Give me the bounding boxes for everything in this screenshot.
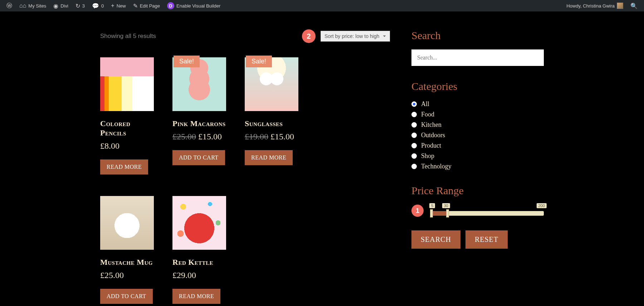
product-image[interactable] (100, 196, 154, 250)
read-more-button[interactable]: READ MORE (100, 159, 148, 174)
annotation-badge-1: 1 (411, 205, 424, 217)
admin-bar-right: Howdy, Christina Gwira 🔍 (563, 0, 641, 11)
product-price: £8.00 (100, 141, 154, 151)
category-label: Food (421, 111, 434, 118)
avatar (617, 3, 623, 9)
annotation-badge-2: 2 (302, 29, 316, 43)
slider-handle-high[interactable] (446, 209, 449, 217)
howdy-text: Howdy, Christina Gwira (566, 3, 615, 9)
new-content[interactable]: +New (107, 0, 129, 11)
new-label: New (117, 3, 126, 9)
page-container: Showing all 5 results 2 Sort by price: l… (0, 11, 644, 306)
add-to-cart-button[interactable]: ADD TO CART (172, 150, 225, 165)
refresh-icon: ↻ (75, 3, 80, 9)
product-card: Sale! Sunglasses £19.00£15.00 READ MORE (245, 57, 298, 174)
results-count: Showing all 5 results (100, 33, 156, 40)
site-name-label: Divi (60, 3, 68, 9)
product-image[interactable] (100, 57, 154, 111)
reset-button[interactable]: RESET (465, 230, 508, 249)
product-card: Mustache Mug £25.00 ADD TO CART (100, 196, 154, 304)
product-price: £29.00 (172, 271, 226, 280)
comment-icon: 💬 (92, 3, 99, 9)
radio-icon (411, 101, 417, 107)
slider-high-label: 30 (442, 203, 450, 208)
shop-sidebar: Search Categories All Food Kitchen Outdo… (411, 29, 544, 304)
pencil-icon: ✎ (133, 3, 138, 9)
price-range-title: Price Range (411, 185, 544, 197)
category-list: All Food Kitchen Outdoors Product Shop T… (411, 100, 544, 170)
edit-page[interactable]: ✎Edit Page (130, 0, 164, 11)
price-range-widget: Price Range 1 5 30 200 SEARCH RESET (411, 185, 544, 249)
filter-buttons: SEARCH RESET (411, 230, 544, 249)
sale-badge: Sale! (246, 56, 272, 67)
product-grid: Colored Pencils £8.00 READ MORE Sale! Pi… (100, 57, 390, 304)
visual-builder[interactable]: DEnable Visual Builder (164, 0, 224, 11)
edit-page-label: Edit Page (140, 3, 160, 9)
search-input[interactable] (411, 49, 544, 66)
price-slider[interactable]: 5 30 200 (430, 205, 544, 216)
category-label: Kitchen (421, 121, 441, 129)
radio-icon (411, 133, 417, 138)
slider-handle-low[interactable] (430, 209, 433, 217)
site-name[interactable]: ◉Divi (50, 0, 72, 11)
category-item-outdoors[interactable]: Outdoors (411, 132, 544, 139)
search-widget: Search (411, 29, 544, 66)
divi-icon: D (167, 2, 174, 9)
category-label: Technology (421, 163, 452, 170)
categories-widget: Categories All Food Kitchen Outdoors Pro… (411, 80, 544, 170)
search-title: Search (411, 29, 544, 42)
slider-max-label: 200 (536, 203, 546, 208)
read-more-button[interactable]: READ MORE (172, 289, 220, 304)
sort-select[interactable]: Sort by price: low to high (321, 31, 390, 42)
category-label: Outdoors (421, 132, 445, 139)
my-sites-label: My Sites (28, 3, 46, 9)
category-item-product[interactable]: Product (411, 142, 544, 149)
product-price: £25.00£15.00 (172, 132, 226, 142)
product-price: £19.00£15.00 (245, 132, 298, 142)
my-sites[interactable]: ⌂⌂My Sites (16, 0, 50, 11)
category-label: Shop (421, 152, 434, 160)
product-title[interactable]: Sunglasses (245, 119, 298, 128)
category-item-all[interactable]: All (411, 100, 544, 108)
category-label: All (421, 100, 429, 108)
category-item-food[interactable]: Food (411, 111, 544, 118)
radio-icon (411, 122, 417, 128)
product-card: Colored Pencils £8.00 READ MORE (100, 57, 154, 174)
category-label: Product (421, 142, 441, 149)
product-title[interactable]: Colored Pencils (100, 119, 154, 138)
product-card: Sale! Pink Macarons £25.00£15.00 ADD TO … (172, 57, 226, 174)
product-card: Red Kettle £29.00 READ MORE (172, 196, 226, 304)
updates[interactable]: ↻3 (72, 0, 88, 11)
radio-icon (411, 164, 417, 169)
search-icon: 🔍 (630, 3, 638, 9)
category-item-kitchen[interactable]: Kitchen (411, 121, 544, 129)
shop-main: Showing all 5 results 2 Sort by price: l… (100, 29, 390, 304)
radio-icon (411, 112, 417, 117)
product-title[interactable]: Mustache Mug (100, 258, 154, 267)
category-item-shop[interactable]: Shop (411, 152, 544, 160)
read-more-button[interactable]: READ MORE (245, 150, 293, 165)
range-wrapper: 1 5 30 200 (411, 205, 544, 217)
product-price: £25.00 (100, 271, 154, 280)
my-account[interactable]: Howdy, Christina Gwira (563, 0, 627, 11)
search-toggle[interactable]: 🔍 (627, 0, 641, 11)
comments[interactable]: 💬0 (88, 0, 107, 11)
slider-track (430, 211, 544, 216)
product-image[interactable] (172, 196, 226, 250)
wp-logo[interactable]: ⓦ (3, 0, 16, 11)
slider-low-label: 5 (429, 203, 435, 208)
gauge-icon: ◉ (53, 3, 58, 9)
results-row: Showing all 5 results 2 Sort by price: l… (100, 29, 390, 43)
category-item-technology[interactable]: Technology (411, 163, 544, 170)
visual-builder-label: Enable Visual Builder (176, 3, 220, 9)
add-to-cart-button[interactable]: ADD TO CART (100, 289, 153, 304)
sale-badge: Sale! (174, 56, 200, 67)
radio-icon (411, 153, 417, 159)
sort-wrapper: 2 Sort by price: low to high (302, 29, 390, 43)
wordpress-icon: ⓦ (6, 2, 12, 10)
categories-title: Categories (411, 80, 544, 92)
admin-bar-left: ⓦ ⌂⌂My Sites ◉Divi ↻3 💬0 +New ✎Edit Page… (3, 0, 563, 11)
product-title[interactable]: Pink Macarons (172, 119, 226, 128)
search-button[interactable]: SEARCH (411, 230, 460, 249)
product-title[interactable]: Red Kettle (172, 258, 226, 267)
